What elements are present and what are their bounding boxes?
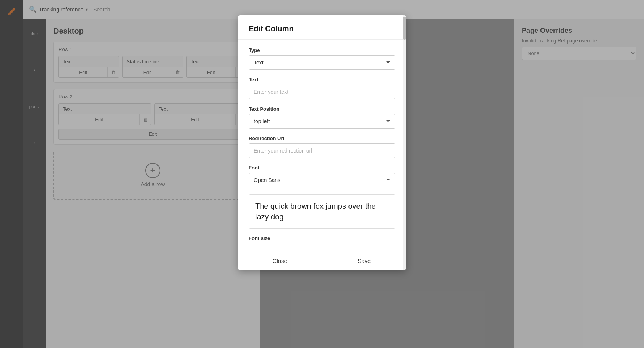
edit-column-modal: Edit Column Type Text Image Status timel… — [238, 15, 406, 270]
font-preview-text: The quick brown fox jumps over the lazy … — [255, 202, 376, 221]
font-size-form-group: Font size — [249, 235, 395, 241]
font-form-group: Font Open Sans Arial Roboto Georgia Time… — [249, 165, 395, 187]
font-select[interactable]: Open Sans Arial Roboto Georgia Times New… — [249, 173, 395, 187]
text-position-form-group: Text Position top left top center top ri… — [249, 106, 395, 129]
font-preview: The quick brown fox jumps over the lazy … — [249, 194, 395, 229]
type-select[interactable]: Text Image Status timeline Button — [249, 55, 395, 70]
redirection-url-input[interactable] — [249, 143, 395, 158]
text-form-group: Text — [249, 77, 395, 99]
type-label: Type — [249, 47, 395, 53]
text-input[interactable] — [249, 85, 395, 99]
modal-body: Type Text Image Status timeline Button T… — [238, 40, 406, 251]
modal-header: Edit Column — [238, 15, 406, 40]
text-position-select[interactable]: top left top center top right center lef… — [249, 114, 395, 129]
font-label: Font — [249, 165, 395, 171]
modal-scrollbar[interactable] — [403, 15, 406, 270]
modal-scrollbar-thumb — [403, 17, 406, 40]
close-button[interactable]: Close — [238, 251, 322, 270]
modal-overlay: Edit Column Type Text Image Status timel… — [0, 0, 644, 348]
save-button[interactable]: Save — [322, 251, 406, 270]
modal-footer: Close Save — [238, 251, 406, 270]
text-label: Text — [249, 77, 395, 82]
modal-title: Edit Column — [249, 24, 294, 33]
font-size-label: Font size — [249, 235, 395, 241]
type-form-group: Type Text Image Status timeline Button — [249, 47, 395, 70]
redirection-url-label: Redirection Url — [249, 135, 395, 141]
redirection-url-form-group: Redirection Url — [249, 135, 395, 158]
text-position-label: Text Position — [249, 106, 395, 112]
